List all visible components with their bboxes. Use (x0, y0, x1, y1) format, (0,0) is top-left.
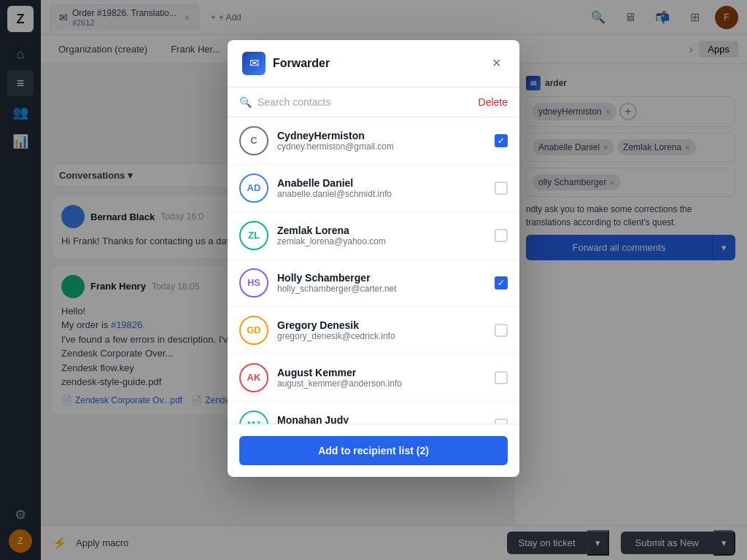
add-to-recipient-list-button[interactable]: Add to recipient list (2) (239, 436, 508, 465)
contact-avatar: AK (239, 363, 268, 392)
contact-checkbox[interactable] (495, 229, 508, 242)
contact-name: Anabelle Daniel (277, 177, 486, 189)
contact-info: August Kemmer august_kemmer@anderson.inf… (277, 367, 486, 389)
contact-item[interactable]: GD Gregory Denesik gregory_denesik@cedri… (228, 307, 519, 354)
contact-item[interactable]: AD Anabelle Daniel anabelle.daniel@schmi… (228, 165, 519, 212)
contact-info: Anabelle Daniel anabelle.daniel@schmidt.… (277, 177, 486, 199)
contact-checkbox[interactable] (495, 134, 508, 147)
contact-info: Gregory Denesik gregory_denesik@cedrick.… (277, 319, 486, 341)
contact-name: Holly Schamberger (277, 272, 486, 284)
contact-item[interactable]: C CydneyHermiston cydney.hermiston@gmail… (228, 117, 519, 165)
contact-name: August Kemmer (277, 367, 486, 378)
modal-footer: Add to recipient list (2) (228, 424, 519, 477)
contact-email: zemlak_lorena@yahoo.com (277, 236, 486, 246)
modal-icon: ✉ (242, 52, 266, 75)
modal-search-bar: 🔍 Delete (228, 88, 519, 117)
contact-checkbox[interactable] (495, 371, 508, 384)
modal-header: ✉ Forwarder ✕ (228, 40, 519, 88)
contact-avatar: C (239, 126, 268, 155)
contact-avatar: MJ (239, 411, 268, 424)
contact-item[interactable]: HS Holly Schamberger holly_schamberger@c… (228, 260, 519, 307)
contact-checkbox[interactable] (495, 419, 508, 424)
contact-info: Holly Schamberger holly_schamberger@cart… (277, 272, 486, 294)
contact-email: holly_schamberger@carter.net (277, 284, 486, 294)
contact-checkbox[interactable] (495, 276, 508, 289)
contact-list: C CydneyHermiston cydney.hermiston@gmail… (228, 117, 519, 424)
delete-button[interactable]: Delete (479, 96, 508, 108)
modal-title: Forwarder (273, 57, 480, 70)
contact-info: Monahan Judy monahan_judy@gmail.com (277, 414, 486, 424)
contact-name: Gregory Denesik (277, 319, 486, 331)
modal-close-button[interactable]: ✕ (487, 55, 505, 72)
contact-item[interactable]: AK August Kemmer august_kemmer@anderson.… (228, 354, 519, 402)
contact-item[interactable]: MJ Monahan Judy monahan_judy@gmail.com (228, 402, 519, 424)
contact-info: Zemlak Lorena zemlak_lorena@yahoo.com (277, 225, 486, 246)
modal-overlay[interactable]: ✉ Forwarder ✕ 🔍 Delete C CydneyHermiston… (0, 0, 747, 560)
contact-info: CydneyHermiston cydney.hermiston@gmail.c… (277, 130, 486, 152)
contact-avatar: GD (239, 316, 268, 345)
search-icon: 🔍 (239, 96, 252, 108)
contact-checkbox[interactable] (495, 324, 508, 337)
search-input[interactable] (258, 96, 473, 108)
contact-name: Monahan Judy (277, 414, 486, 424)
contact-email: cydney.hermiston@gmail.com (277, 141, 486, 152)
contact-avatar: HS (239, 268, 268, 298)
contact-name: CydneyHermiston (277, 130, 486, 141)
contact-name: Zemlak Lorena (277, 225, 486, 236)
contact-avatar: ZL (239, 221, 268, 250)
contact-item[interactable]: ZL Zemlak Lorena zemlak_lorena@yahoo.com (228, 212, 519, 260)
contact-email: august_kemmer@anderson.info (277, 378, 486, 389)
contact-email: anabelle.daniel@schmidt.info (277, 189, 486, 199)
contact-avatar: AD (239, 174, 268, 203)
contact-checkbox[interactable] (495, 182, 508, 195)
contact-email: gregory_denesik@cedrick.info (277, 331, 486, 341)
forwarder-modal: ✉ Forwarder ✕ 🔍 Delete C CydneyHermiston… (228, 40, 519, 477)
